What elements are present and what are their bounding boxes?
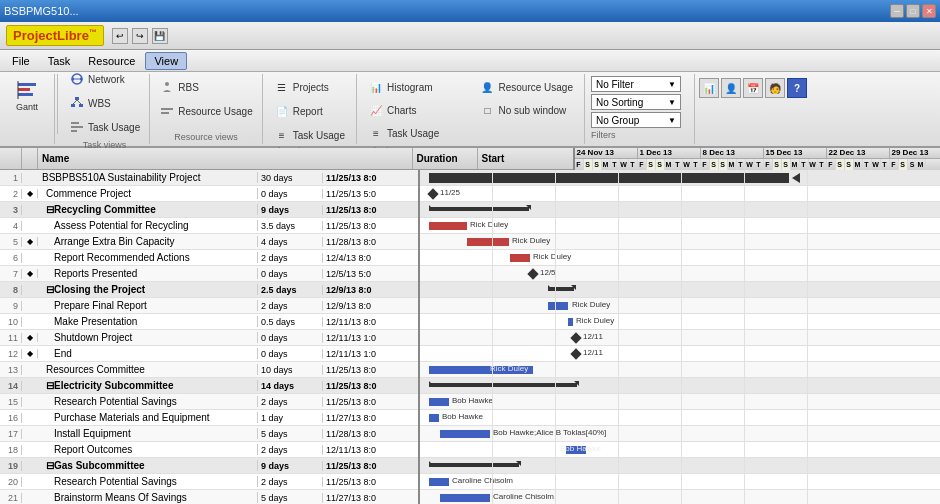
table-row[interactable]: 1 BSBPBS510A Sustainability Project 30 d…: [0, 170, 418, 186]
svg-rect-18: [161, 112, 169, 114]
table-row[interactable]: 7 ◆ Reports Presented 0 days 12/5/13 5:0: [0, 266, 418, 282]
menu-view[interactable]: View: [145, 52, 187, 70]
row-num: 15: [0, 397, 22, 407]
row-name: ⊟Closing the Project: [38, 284, 258, 295]
table-row[interactable]: 3 ⊟Recycling Committee 9 days 11/25/13 8…: [0, 202, 418, 218]
table-row[interactable]: 20 Research Potential Savings 2 days 11/…: [0, 474, 418, 490]
row-name: Purchase Materials and Equipment: [38, 412, 258, 423]
projects-label: Projects: [293, 82, 329, 93]
day-W4: W: [809, 159, 818, 170]
table-row[interactable]: 13 Resources Committee 10 days 11/25/13 …: [0, 362, 418, 378]
wbs-button[interactable]: WBS: [64, 92, 145, 114]
resource-btn[interactable]: 👤: [721, 78, 741, 98]
quick-redo[interactable]: ↪: [132, 28, 148, 44]
task-bar-16: [429, 414, 439, 422]
milestone-label-12: 12/11: [583, 348, 603, 357]
calendar-btn[interactable]: 📅: [743, 78, 763, 98]
projects-button[interactable]: ☰ Projects: [269, 76, 350, 98]
help-button[interactable]: ?: [787, 78, 807, 98]
maximize-button[interactable]: □: [906, 4, 920, 18]
task-usage-label: Task Usage: [88, 122, 140, 133]
row-dur: 1 day: [258, 413, 323, 423]
minimize-button[interactable]: ─: [890, 4, 904, 18]
row-start: 12/11/13 8:0: [323, 317, 418, 327]
task-usage-sv-button[interactable]: ≡ Task Usage: [363, 122, 466, 144]
group-value: No Group: [596, 115, 639, 126]
table-row[interactable]: 6 Report Recommended Actions 2 days 12/4…: [0, 250, 418, 266]
menu-task[interactable]: Task: [40, 53, 79, 69]
table-row[interactable]: 8 ⊟Closing the Project 2.5 days 12/9/13 …: [0, 282, 418, 298]
filter-select[interactable]: No Filter ▼: [591, 76, 681, 92]
table-row[interactable]: 12 ◆ End 0 days 12/11/13 1:0: [0, 346, 418, 362]
svg-rect-1: [18, 88, 30, 91]
no-sub-window-button[interactable]: □ No sub window: [474, 99, 577, 121]
row-num: 17: [0, 429, 22, 439]
bar-label-20: Caroline Chisolm: [452, 476, 513, 485]
resource-usage-button[interactable]: Resource Usage: [154, 100, 257, 122]
table-row[interactable]: 21 Brainstorm Means Of Savings 5 days 11…: [0, 490, 418, 504]
close-button[interactable]: ✕: [922, 4, 936, 18]
day-S1: S: [584, 159, 593, 170]
bar-row-3: [420, 202, 940, 218]
row-start: 11/27/13 8:0: [323, 413, 418, 423]
row-name: Resources Committee: [38, 364, 258, 375]
summary-bar-8-end: [571, 285, 576, 290]
filters-section: No Filter ▼ No Sorting ▼ No Group ▼ Filt…: [585, 74, 695, 144]
table-row[interactable]: 19 ⊟Gas Subcommittee 9 days 11/25/13 8:0: [0, 458, 418, 474]
table-row[interactable]: 11 ◆ Shutdown Project 0 days 12/11/13 1:…: [0, 330, 418, 346]
svg-rect-13: [71, 122, 79, 124]
other-task-usage-button[interactable]: ≡ Task Usage: [269, 124, 350, 146]
table-row[interactable]: 5 ◆ Arrange Extra Bin Capacity 4 days 11…: [0, 234, 418, 250]
task-usage-icon: [69, 119, 85, 135]
sorting-select[interactable]: No Sorting ▼: [591, 94, 681, 110]
svg-line-12: [77, 100, 81, 104]
group-select[interactable]: No Group ▼: [591, 112, 681, 128]
row-num: 20: [0, 477, 22, 487]
row-name: Research Potential Savings: [38, 476, 258, 487]
subview-btns: 📊 Histogram 👤 Resource Usage 📈 Charts □ …: [363, 76, 578, 144]
resource-usage-sv-button[interactable]: 👤 Resource Usage: [474, 76, 577, 98]
report-button[interactable]: 📄 Report: [269, 100, 350, 122]
quick-undo[interactable]: ↩: [112, 28, 128, 44]
table-row[interactable]: 4 Assess Potential for Recycling 3.5 day…: [0, 218, 418, 234]
row-start: 12/11/13 8:0: [323, 445, 418, 455]
bar-label-4: Rick Duley: [470, 220, 508, 229]
chart-icon-btn[interactable]: 📊: [699, 78, 719, 98]
svg-rect-15: [71, 130, 77, 132]
row-dur: 2 days: [258, 477, 323, 487]
charts-button[interactable]: 📈 Charts: [363, 99, 466, 121]
person-btn[interactable]: 🧑: [765, 78, 785, 98]
menu-resource[interactable]: Resource: [80, 53, 143, 69]
table-row[interactable]: 10 Make Presentation 0.5 days 12/11/13 8…: [0, 314, 418, 330]
gantt-header: Name Duration Start 24 Nov 13 1 Dec 13 8…: [0, 148, 940, 170]
table-row[interactable]: 16 Purchase Materials and Equipment 1 da…: [0, 410, 418, 426]
menu-file[interactable]: File: [4, 53, 38, 69]
bar-label-16: Bob Hawke: [442, 412, 483, 421]
row-num: 16: [0, 413, 22, 423]
row-start: 12/11/13 1:0: [323, 333, 418, 343]
row-name: ⊟Electricity Subcommittee: [38, 380, 258, 391]
title-bar-controls[interactable]: ─ □ ✕: [890, 4, 936, 18]
table-row[interactable]: 17 Install Equipment 5 days 11/28/13 8:0: [0, 426, 418, 442]
row-dur: 2 days: [258, 445, 323, 455]
svg-line-11: [73, 100, 77, 104]
task-usage-sv-icon: ≡: [368, 125, 384, 141]
gantt-button[interactable]: Gantt: [11, 76, 43, 115]
table-row[interactable]: 15 Research Potential Savings 2 days 11/…: [0, 394, 418, 410]
rbs-button[interactable]: RBS: [154, 76, 257, 98]
network-label: Network: [88, 74, 125, 85]
network-button[interactable]: Network: [64, 68, 145, 90]
other-views-section: ☰ Projects 📄 Report ≡ Task Usage Other v…: [263, 74, 357, 144]
row-start: 12/9/13 8:0: [323, 301, 418, 311]
row-dur: 2 days: [258, 397, 323, 407]
table-row[interactable]: 14 ⊟Electricity Subcommittee 14 days 11/…: [0, 378, 418, 394]
col-name-header: Name: [38, 148, 413, 169]
task-usage-button[interactable]: Task Usage: [64, 116, 145, 138]
quick-save[interactable]: 💾: [152, 28, 168, 44]
day-W5: W: [872, 159, 881, 170]
table-row[interactable]: 9 Prepare Final Report 2 days 12/9/13 8:…: [0, 298, 418, 314]
table-row[interactable]: 2 ◆ Commence Project 0 days 11/25/13 5:0: [0, 186, 418, 202]
tl-month-2: 1 Dec 13: [638, 148, 701, 158]
histogram-button[interactable]: 📊 Histogram: [363, 76, 466, 98]
table-row[interactable]: 18 Report Outcomes 2 days 12/11/13 8:0: [0, 442, 418, 458]
